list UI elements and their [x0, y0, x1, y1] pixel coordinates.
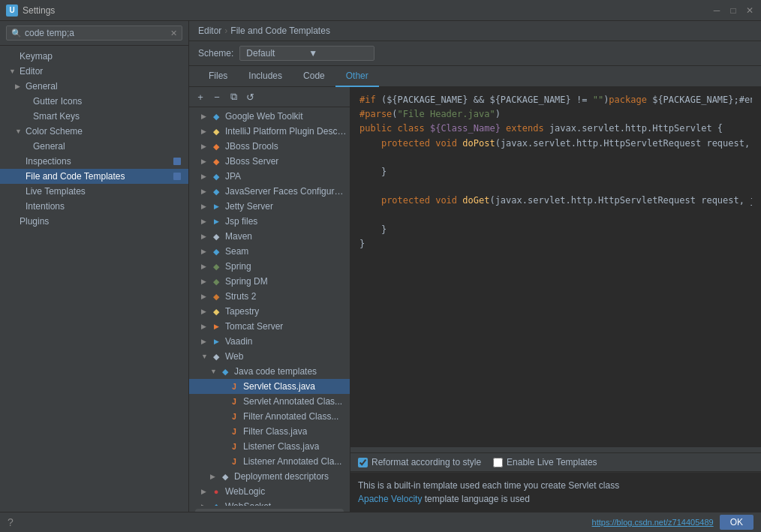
tree-item-jsf[interactable]: ▶ ◆ JavaServer Faces Configuratio...: [189, 184, 350, 199]
folder-icon: ◆: [210, 110, 222, 122]
tree-item-servlet-annotated[interactable]: J Servlet Annotated Clas...: [189, 394, 350, 409]
sidebar-item-editor[interactable]: ▼ Editor: [0, 64, 188, 79]
sidebar-item-general[interactable]: ▶ General: [0, 79, 188, 94]
sidebar-item-color-scheme[interactable]: ▼ Color Scheme: [0, 124, 188, 139]
tree-item-spring[interactable]: ▶ ◆ Spring: [189, 259, 350, 274]
file-icon: J: [228, 410, 240, 422]
tree-item-listener-class[interactable]: J Listener Class.java: [189, 439, 350, 454]
reset-template-button[interactable]: ↺: [243, 90, 257, 104]
remove-template-button[interactable]: −: [210, 90, 224, 104]
svg-rect-0: [173, 158, 181, 165]
templates-badge: [172, 171, 182, 182]
tree-item-websocket[interactable]: ▶ ◆ WebSocket: [189, 499, 350, 506]
app-icon: U: [6, 5, 18, 17]
folder-icon: ◆: [210, 245, 222, 257]
tree-item-tapestry[interactable]: ▶ ◆ Tapestry: [189, 304, 350, 319]
tab-other[interactable]: Other: [335, 66, 379, 87]
folder-icon: ▶: [210, 320, 222, 332]
sidebar-item-keymap[interactable]: Keymap: [0, 49, 188, 64]
tree-item-seam[interactable]: ▶ ◆ Seam: [189, 244, 350, 259]
help-button[interactable]: ?: [8, 516, 14, 528]
tree-item-web[interactable]: ▼ ◆ Web: [189, 349, 350, 364]
tree-item-servlet-class[interactable]: J Servlet Class.java: [189, 379, 350, 394]
search-icon: 🔍: [11, 29, 22, 38]
file-icon: J: [228, 395, 240, 407]
scheme-dropdown[interactable]: Default ▼: [239, 46, 374, 61]
expand-arrow-icon: ▶: [210, 473, 219, 480]
folder-icon: ●: [210, 485, 222, 497]
tree-item-java-code-templates[interactable]: ▼ ◆ Java code templates: [189, 364, 350, 379]
live-templates-checkbox[interactable]: [493, 458, 503, 467]
tree-item-filter-annotated[interactable]: J Filter Annotated Class...: [189, 409, 350, 424]
file-icon: J: [228, 425, 240, 437]
add-template-button[interactable]: +: [194, 90, 207, 104]
scheme-label: Scheme:: [198, 48, 233, 59]
search-input[interactable]: [25, 28, 167, 38]
dropdown-arrow-icon: ▼: [308, 48, 368, 59]
sidebar-item-plugins[interactable]: Plugins: [0, 214, 188, 229]
tree-item-maven[interactable]: ▶ ◆ Maven: [189, 229, 350, 244]
main-container: 🔍 ✕ Keymap ▼ Editor ▶ General: [0, 21, 761, 512]
folder-icon: ◆: [210, 125, 222, 137]
apache-velocity-link[interactable]: Apache Velocity: [358, 494, 422, 504]
folder-icon: ◆: [210, 350, 222, 362]
live-templates-checkbox-wrap[interactable]: Enable Live Templates: [493, 457, 597, 467]
status-bar: ? https://blog.csdn.net/z714405489 OK: [0, 512, 761, 532]
ok-button[interactable]: OK: [720, 515, 753, 530]
folder-icon: ◆: [210, 305, 222, 317]
expand-arrow-icon: ▶: [201, 158, 210, 165]
sidebar-item-inspections[interactable]: Inspections: [0, 154, 188, 169]
code-view[interactable]: #if (${PACKAGE_NAME} && ${PACKAGE_NAME} …: [350, 87, 761, 446]
tree-item-deployment-descriptors[interactable]: ▶ ◆ Deployment descriptors: [189, 469, 350, 484]
tree-item-weblogic[interactable]: ▶ ● WebLogic: [189, 484, 350, 499]
url-link[interactable]: https://blog.csdn.net/z714405489: [592, 518, 714, 527]
copy-template-button[interactable]: ⧉: [227, 90, 240, 104]
folder-icon: ◆: [210, 155, 222, 167]
code-horizontal-scrollbar[interactable]: [350, 446, 761, 452]
tree-item-listener-annotated[interactable]: J Listener Annotated Cla...: [189, 454, 350, 469]
folder-icon: ◆: [219, 470, 231, 482]
tab-code[interactable]: Code: [293, 66, 335, 87]
description-area: This is a built-in template used each ti…: [350, 472, 761, 512]
reformat-checkbox[interactable]: [358, 458, 368, 467]
tree-item-struts2[interactable]: ▶ ◆ Struts 2: [189, 289, 350, 304]
nav-tree: Keymap ▼ Editor ▶ General Gutter Icons S…: [0, 46, 188, 512]
search-wrap[interactable]: 🔍 ✕: [6, 26, 182, 41]
folder-icon: ◆: [219, 365, 231, 377]
tree-item-filter-class[interactable]: J Filter Class.java: [189, 424, 350, 439]
tree-item-jpa[interactable]: ▶ ◆ JPA: [189, 169, 350, 184]
expand-arrow-icon: ▶: [201, 203, 210, 210]
search-clear-icon[interactable]: ✕: [170, 29, 177, 38]
tree-item-jetty-server[interactable]: ▶ ▶ Jetty Server: [189, 199, 350, 214]
tab-files[interactable]: Files: [198, 66, 238, 87]
tab-includes[interactable]: Includes: [238, 66, 293, 87]
tree-item-intellij-platform[interactable]: ▶ ◆ IntelliJ Platform Plugin Descrip...: [189, 124, 350, 139]
tree-item-vaadin[interactable]: ▶ ▶ Vaadin: [189, 334, 350, 349]
minimize-button[interactable]: ─: [711, 5, 722, 16]
tree-list: ▶ ◆ Google Web Toolkit ▶ ◆ IntelliJ Plat…: [189, 107, 350, 506]
inspections-badge: [172, 156, 182, 167]
sidebar-item-intentions[interactable]: Intentions: [0, 199, 188, 214]
arrow-icon: ▼: [15, 128, 24, 135]
arrow-icon: ▼: [9, 68, 18, 75]
file-icon: J: [228, 455, 240, 467]
sidebar-item-file-code-templates[interactable]: File and Code Templates: [0, 169, 188, 184]
expand-arrow-icon: ▶: [201, 233, 210, 240]
tree-item-jboss-drools[interactable]: ▶ ◆ JBoss Drools: [189, 139, 350, 154]
sidebar-item-gutter-icons[interactable]: Gutter Icons: [0, 94, 188, 109]
sidebar-item-live-templates[interactable]: Live Templates: [0, 184, 188, 199]
reformat-checkbox-wrap[interactable]: Reformat according to style: [358, 457, 481, 467]
sidebar-item-smart-keys[interactable]: Smart Keys: [0, 109, 188, 124]
expand-arrow-icon: ▶: [201, 173, 210, 180]
close-button[interactable]: ✕: [744, 5, 755, 16]
tree-item-spring-dm[interactable]: ▶ ◆ Spring DM: [189, 274, 350, 289]
expand-arrow-icon: ▶: [201, 113, 210, 120]
tree-item-google-web-toolkit[interactable]: ▶ ◆ Google Web Toolkit: [189, 109, 350, 124]
tree-item-tomcat-server[interactable]: ▶ ▶ Tomcat Server: [189, 319, 350, 334]
maximize-button[interactable]: □: [728, 5, 738, 16]
breadcrumb: Editor › File and Code Templates: [189, 21, 761, 41]
tree-item-jsp-files[interactable]: ▶ ▶ Jsp files: [189, 214, 350, 229]
expand-arrow-icon: ▶: [201, 323, 210, 330]
sidebar-item-color-general[interactable]: General: [0, 139, 188, 154]
tree-item-jboss-server[interactable]: ▶ ◆ JBoss Server: [189, 154, 350, 169]
